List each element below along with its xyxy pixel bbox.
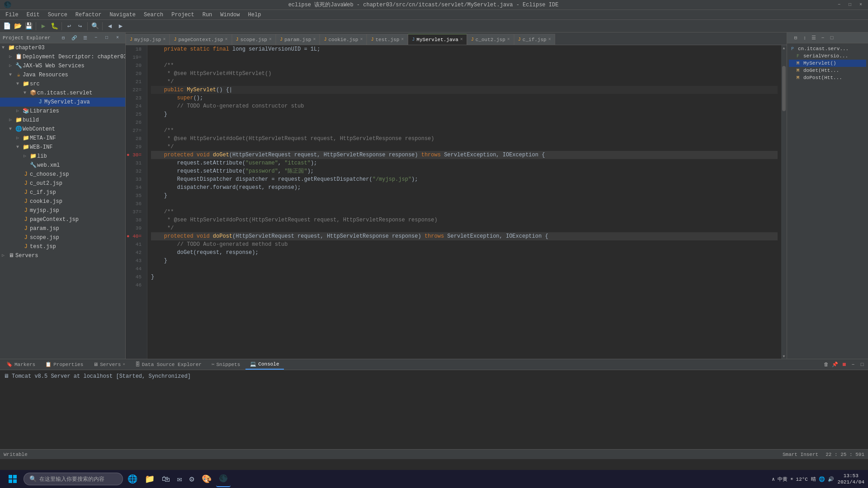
- menu-file[interactable]: File: [2, 11, 22, 19]
- tree-param[interactable]: J param.jsp: [0, 224, 125, 233]
- taskbar-app6[interactable]: 🎨: [199, 471, 214, 487]
- redo-button[interactable]: ↪: [75, 21, 85, 31]
- tree-webxml[interactable]: 🔧 web.xml: [0, 161, 125, 170]
- tree-test[interactable]: J test.jsp: [0, 242, 125, 251]
- start-button[interactable]: [4, 471, 22, 487]
- tab-c-out2[interactable]: J c_out2.jsp ×: [467, 34, 514, 45]
- code-content[interactable]: private static final long serialVersionU…: [147, 45, 781, 359]
- pe-link-editor[interactable]: 🔗: [69, 33, 79, 43]
- tree-c-choose[interactable]: J c_choose.jsp: [0, 170, 125, 179]
- pe-maximize[interactable]: □: [102, 33, 112, 43]
- bottom-panel-clear[interactable]: 🗑: [822, 361, 830, 369]
- tab-myjsp[interactable]: J myjsp.jsp ×: [126, 34, 170, 45]
- outline-menu[interactable]: ☰: [810, 34, 818, 42]
- console-entry[interactable]: 🖥 Tomcat v8.5 Server at localhost [Start…: [4, 372, 864, 380]
- pe-collapse-all[interactable]: ⊟: [58, 33, 68, 43]
- outline-serial[interactable]: F serialVersio...: [789, 52, 866, 60]
- code-editor[interactable]: 18 19= 20 20 21 22= 23 24 25 26 27= 28 2…: [126, 45, 787, 359]
- maximize-button[interactable]: □: [846, 1, 854, 9]
- taskbar-settings[interactable]: ⚙: [187, 471, 197, 487]
- menu-help[interactable]: Help: [245, 11, 265, 19]
- tab-myservlet[interactable]: J MyServlet.java ×: [408, 34, 467, 45]
- outline-minimize[interactable]: −: [819, 34, 827, 42]
- close-tab-cookie[interactable]: ×: [360, 37, 363, 42]
- menu-project[interactable]: Project: [168, 11, 198, 19]
- tab-scope[interactable]: J scope.jsp ×: [232, 34, 276, 45]
- outline-maximize[interactable]: □: [828, 34, 836, 42]
- outline-sort[interactable]: ↕: [801, 34, 809, 42]
- taskbar-store[interactable]: 🛍: [159, 471, 173, 487]
- tree-src[interactable]: ▼ 📁 src: [0, 80, 125, 89]
- save-button[interactable]: 💾: [24, 21, 33, 31]
- close-tab-pagecontext[interactable]: ×: [225, 37, 228, 42]
- taskbar-folder[interactable]: 📁: [142, 471, 157, 487]
- close-button[interactable]: ×: [857, 1, 864, 9]
- tree-meta-inf[interactable]: ▷ 📁 META-INF: [0, 134, 125, 143]
- tree-lib[interactable]: ▷ 📁 lib: [0, 152, 125, 161]
- tree-cookie[interactable]: J cookie.jsp: [0, 197, 125, 206]
- tree-build[interactable]: ▷ 📁 build: [0, 116, 125, 125]
- prev-edit-button[interactable]: ◀: [105, 21, 115, 31]
- new-button[interactable]: 📄: [2, 21, 12, 31]
- tree-webcontent[interactable]: ▼ 🌐 WebContent: [0, 125, 125, 134]
- taskbar-eclipse[interactable]: 🌑: [216, 471, 231, 487]
- bottom-tab-properties[interactable]: 📋 Properties: [41, 360, 88, 370]
- tree-chapter03[interactable]: ▼ 📁 chapter03: [0, 43, 125, 52]
- tree-scope[interactable]: J scope.jsp: [0, 233, 125, 242]
- close-tab-scope[interactable]: ×: [269, 37, 272, 42]
- servers-close-icon[interactable]: ×: [123, 362, 125, 367]
- outline-doget[interactable]: M doGet(Htt...: [789, 67, 866, 74]
- menu-window[interactable]: Window: [217, 11, 243, 19]
- tree-servers[interactable]: ▷ 🖥 Servers: [0, 251, 125, 260]
- tree-java-resources[interactable]: ▼ ☕ Java Resources: [0, 70, 125, 80]
- outline-myservlet-constructor[interactable]: M MyServlet(): [789, 60, 866, 67]
- close-tab-c-if[interactable]: ×: [548, 37, 551, 42]
- pe-close[interactable]: ×: [113, 33, 123, 43]
- pe-minimize[interactable]: −: [91, 33, 101, 43]
- volume-icon[interactable]: 🔊: [828, 476, 834, 482]
- menu-run[interactable]: Run: [199, 11, 216, 19]
- taskbar-search[interactable]: 🔍 在这里输入你要搜索的内容: [24, 473, 123, 485]
- scroll-up-arrow[interactable]: ▲: [781, 45, 787, 51]
- tab-param[interactable]: J param.jsp ×: [276, 34, 320, 45]
- tree-myjsp[interactable]: J myjsp.jsp: [0, 206, 125, 215]
- outline-collapse-all[interactable]: ⊟: [792, 34, 800, 42]
- close-tab-myservlet[interactable]: ×: [460, 37, 463, 42]
- tree-pagecontext[interactable]: J pageContext.jsp: [0, 215, 125, 224]
- undo-button[interactable]: ↩: [64, 21, 74, 31]
- menu-search[interactable]: Search: [140, 11, 167, 19]
- run-button[interactable]: ▶: [38, 21, 48, 31]
- bottom-panel-pin[interactable]: 📌: [831, 361, 839, 369]
- tree-jax-ws[interactable]: ▷ 🔧 JAX-WS Web Services: [0, 61, 125, 70]
- tab-pagecontext[interactable]: J pageContext.jsp ×: [170, 34, 231, 45]
- minimize-button[interactable]: −: [835, 1, 843, 9]
- outline-dopost[interactable]: M doPost(Htt...: [789, 74, 866, 81]
- bottom-panel-stop[interactable]: ⏹: [840, 361, 848, 369]
- scroll-down-arrow[interactable]: ▼: [781, 353, 787, 359]
- open-button[interactable]: 📂: [13, 21, 23, 31]
- tree-cn-itcast-servlet[interactable]: ▼ 📦 cn.itcast.servlet: [0, 89, 125, 98]
- taskbar-mail[interactable]: ✉: [175, 471, 185, 487]
- tree-libraries[interactable]: ▷ 📚 Libraries: [0, 107, 125, 116]
- close-tab-param[interactable]: ×: [313, 37, 316, 42]
- menu-edit[interactable]: Edit: [23, 11, 43, 19]
- bottom-tab-snippets[interactable]: ✂ Snippets: [207, 360, 245, 370]
- tray-show-hidden[interactable]: ∧: [772, 476, 775, 482]
- menu-refactor[interactable]: Refactor: [72, 11, 105, 19]
- tab-cookie[interactable]: J cookie.jsp ×: [320, 34, 367, 45]
- taskbar-edge[interactable]: 🌐: [125, 471, 140, 487]
- tab-c-if[interactable]: J c_if.jsp ×: [514, 34, 555, 45]
- pe-menu[interactable]: ☰: [80, 33, 90, 43]
- tree-deployment-descriptor[interactable]: ▷ 📋 Deployment Descriptor: chapter03: [0, 52, 125, 61]
- tree-c-out2[interactable]: J c_out2.jsp: [0, 179, 125, 188]
- menu-source[interactable]: Source: [44, 11, 71, 19]
- vertical-scrollbar[interactable]: ▲ ▼: [781, 45, 787, 359]
- tree-web-inf[interactable]: ▼ 📁 WEB-INF: [0, 143, 125, 152]
- outline-package[interactable]: P cn.itcast.serv...: [789, 45, 866, 52]
- search-button[interactable]: 🔍: [90, 21, 100, 31]
- scroll-thumb[interactable]: [782, 66, 786, 112]
- debug-button[interactable]: 🐛: [49, 21, 59, 31]
- bottom-tab-markers[interactable]: 🔖 Markers: [2, 360, 40, 370]
- bottom-panel-minimize[interactable]: −: [849, 361, 857, 369]
- close-tab-c-out2[interactable]: ×: [507, 37, 510, 42]
